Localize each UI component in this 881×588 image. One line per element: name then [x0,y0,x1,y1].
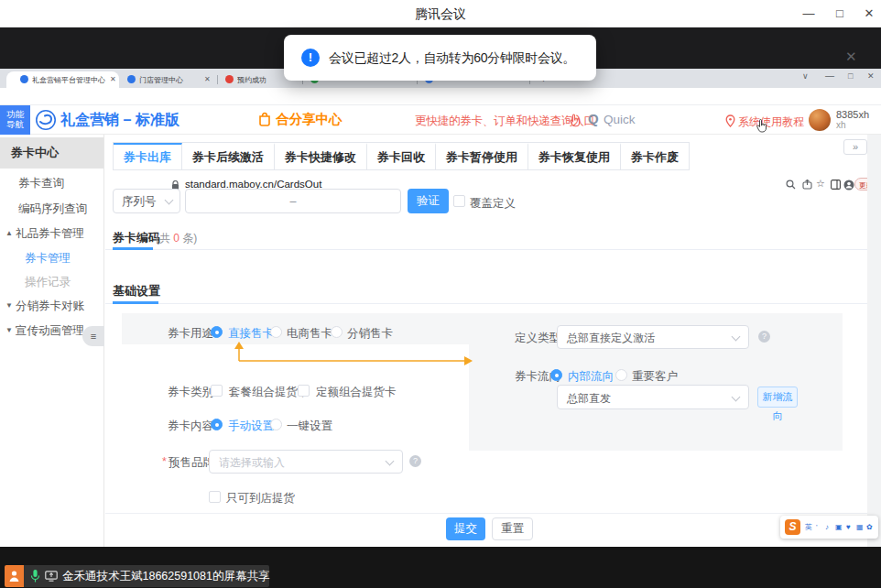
ime-logo[interactable]: S [785,519,800,535]
content-option-onekey[interactable]: 一键设置 [287,419,332,434]
toast-close-icon[interactable]: ✕ [845,49,857,65]
category-label: 券卡类别 [168,385,213,400]
tab-card-void[interactable]: 券卡作废 [621,143,689,169]
sidebar-collapse-handle[interactable]: ≡ [82,326,104,346]
tab-separator [217,75,218,84]
side-panel-icon[interactable] [831,180,841,190]
share-text: 金禾通技术王斌18662591081的屏幕共享 [62,570,269,583]
usage-label: 券卡用途 [168,326,213,342]
close-button[interactable]: ✕ [859,5,879,22]
tabbar-more-button[interactable]: » [843,139,867,155]
flow-option-internal[interactable]: 内部流向 [568,369,614,385]
browser-minimize-icon[interactable]: — [825,71,834,82]
usage-option-direct[interactable]: 直接售卡 [228,326,274,342]
info-icon: ! [301,49,320,67]
flow-value: 总部直发 [567,392,611,405]
usage-option-dist[interactable]: 分销售卡 [347,326,393,342]
page-scrollbar[interactable] [867,135,881,547]
submit-button[interactable]: 提交 [446,517,485,540]
tab-card-recycle[interactable]: 券卡回收 [367,143,436,169]
define-type-select[interactable]: 总部直接定义激活 [557,325,749,349]
content-radio-onekey[interactable] [270,419,282,430]
sidebar-item-op-log[interactable]: 操作记录 [25,275,71,290]
brand-select[interactable]: 请选择或输入 [209,450,403,474]
tutorial-link[interactable]: 系统使用教程 [738,115,804,128]
brand-title[interactable]: 礼盒营销 – 标准版 [60,111,179,128]
share-icon[interactable] [802,180,812,190]
group-expanded-icon: ▲ [5,229,13,237]
sharer-avatar-box[interactable] [5,565,24,587]
user-avatar[interactable] [809,109,831,131]
verify-button[interactable]: 验证 [408,189,449,213]
input-value: – [186,195,400,209]
flow-option-vip[interactable]: 重要客户 [632,369,678,385]
ime-toolbar: S 英 ' ♪ ▣ ♥ ▦ ✿ [780,516,878,539]
sidebar-item-card-query[interactable]: 券卡查询 [18,176,64,191]
codes-count: (共 0 条) [156,232,197,245]
usage-option-ecom[interactable]: 电商售卡 [287,326,332,342]
ime-skin-icon[interactable]: ♥ [846,523,851,531]
function-nav-toggle[interactable]: 功能 导航 [0,105,30,135]
ime-mic-icon[interactable]: ♪ [825,523,829,531]
ime-toolbox-icon[interactable]: ▦ [856,523,864,531]
screen-share-indicator[interactable]: 金禾通技术王斌18662591081的屏幕共享 [24,565,269,587]
define-help-icon[interactable]: ? [758,331,770,343]
count-suffix: 条) [179,232,197,245]
meeting-titlebar: 腾讯会议 — □ ✕ [0,0,881,27]
tab-favicon [225,75,234,83]
browser-tabsearch-icon[interactable]: ∨ [802,71,809,82]
content-radio-manual[interactable] [211,419,223,430]
tab-card-resume[interactable]: 券卡恢复使用 [528,143,621,169]
flow-select[interactable]: 总部直发 [557,385,749,409]
brand-help-icon[interactable]: ? [409,455,421,467]
store-only-checkbox[interactable] [209,491,221,503]
flow-radio-vip[interactable] [615,369,627,381]
sidebar-group-dist-account[interactable]: 分销券卡对账 [16,299,84,314]
sidebar-group-animation[interactable]: 宣传动画管理 [16,323,84,339]
sidebar-group-gift-card[interactable]: 礼品券卡管理 [16,226,84,242]
usage-radio-ecom[interactable] [270,326,282,338]
flow-radio-internal[interactable] [550,369,562,381]
content-option-manual[interactable]: 手动设置 [228,419,274,434]
define-type-value: 总部直接定义激活 [567,332,655,344]
serial-type-select[interactable]: 序列号 [113,189,180,213]
quick-label[interactable]: Quick [604,113,636,127]
settings-section-title[interactable]: 基础设置 [113,284,160,299]
ime-emoji-icon[interactable]: ▣ [835,523,843,531]
reset-button[interactable]: 重置 [492,517,533,540]
ime-settings-icon[interactable]: ✿ [866,523,873,531]
sidebar-item-serial-query[interactable]: 编码序列查询 [18,201,87,217]
zoom-icon[interactable] [786,180,796,190]
browser-tab-store-admin[interactable]: 门店管理中心 ✕ [120,71,217,88]
minimize-button[interactable]: — [799,5,819,22]
tab-card-activate[interactable]: 券卡后续激活 [182,143,275,169]
share-center-link[interactable]: 合分享中心 [276,112,343,127]
tab-close-icon[interactable]: ✕ [110,75,116,84]
category-checkbox-fixed[interactable] [298,385,310,397]
maximize-button[interactable]: □ [830,5,850,22]
cursor-hand [756,118,768,134]
tab-close-icon[interactable]: ✕ [204,75,211,84]
category-checkbox-combo[interactable] [211,385,223,397]
sidebar-item-card-mgmt-active[interactable]: 券卡管理 [25,251,71,267]
add-flow-button[interactable]: 新增流向 [757,387,798,408]
tab-label: 礼盒营销平台管理中心 [32,75,105,85]
ime-punct-icon[interactable]: ' [816,523,818,531]
quick-search-icon[interactable]: Q [588,111,599,127]
browser-restore-icon[interactable]: □ [848,71,853,82]
usage-radio-dist[interactable] [331,326,343,338]
overwrite-checkbox[interactable] [453,195,465,207]
browser-close-icon[interactable]: ✕ [867,71,875,82]
ime-lang-icon[interactable]: 英 [805,523,812,531]
tab-card-quick-edit[interactable]: 券卡快捷修改 [275,143,367,169]
tab-card-pause[interactable]: 券卡暂停使用 [436,143,528,169]
codes-section-title[interactable]: 券卡编码 [113,231,160,245]
browser-tab-gift-admin[interactable]: 礼盒营销平台管理中心 ✕ [6,71,119,88]
bookmark-star-icon[interactable]: ☆ [816,178,825,190]
usage-radio-direct[interactable] [211,326,223,338]
profile-icon[interactable] [843,180,854,191]
category-option-fixed[interactable]: 定额组合提货卡 [316,385,397,400]
meeting-title: 腾讯会议 [0,6,881,22]
serial-range-input[interactable]: – [185,189,401,213]
tab-card-out[interactable]: 券卡出库 [114,143,182,169]
